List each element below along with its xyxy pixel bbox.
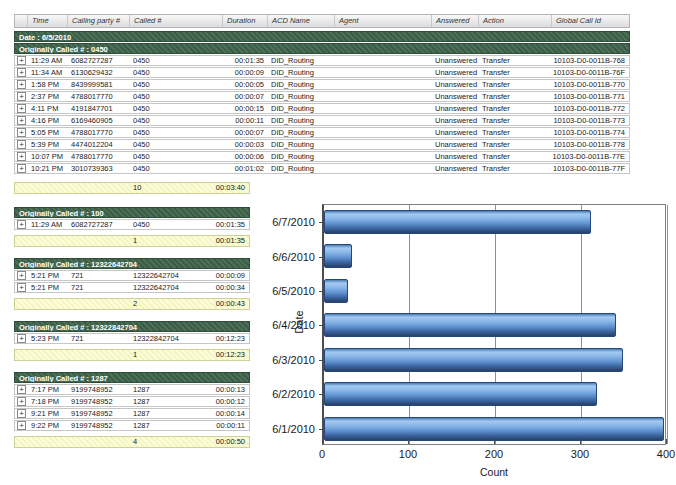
table-row[interactable]: +10:07 PM4788017770045000:00:06DID_Routi… — [14, 151, 630, 162]
table-row[interactable]: +5:05 PM4788017770045000:00:07DID_Routin… — [14, 127, 630, 138]
cell-answered: Unanswered — [432, 68, 479, 78]
table-row[interactable]: +7:17 PM9199748952128700:00:13 — [14, 384, 250, 395]
expand-row-button[interactable]: + — [17, 140, 26, 149]
cell-time: 11:34 AM — [28, 68, 68, 78]
x-axis-tick — [408, 439, 409, 444]
expand-row-button[interactable]: + — [17, 409, 26, 418]
chart-plot-area: 6/7/20106/6/20106/5/20106/4/20106/3/2010… — [322, 204, 666, 445]
expand-cell: + — [15, 385, 28, 394]
table-row[interactable]: +11:29 AM6082727287045000:01:35DID_Routi… — [14, 55, 630, 66]
expand-cell: + — [15, 56, 28, 65]
column-header-called[interactable]: Called # — [130, 15, 223, 27]
group-header[interactable]: Originally Called # : 1287 — [14, 372, 250, 383]
date-group-header[interactable]: Date : 6/5/2010 — [14, 31, 630, 42]
table-row[interactable]: +4:16 PM6169460905045000:00:11DID_Routin… — [14, 115, 630, 126]
cell-time: 1:58 PM — [28, 80, 68, 90]
group-header[interactable]: Originally Called # : 12322842704 — [14, 321, 250, 332]
cell-acd-name: DID_Routing — [268, 116, 335, 126]
chart-bar — [324, 279, 348, 303]
expand-row-button[interactable]: + — [17, 128, 26, 137]
group-header[interactable]: Originally Called # : 0450 — [14, 43, 630, 54]
column-header-global-call-id[interactable]: Global Call Id — [552, 15, 629, 27]
cell-called: 0450 — [130, 152, 223, 162]
cell-duration: 00:00:09 — [223, 68, 268, 78]
expand-cell: + — [15, 397, 28, 406]
expand-cell: + — [15, 409, 28, 418]
cell-calling-party: 4788017770 — [68, 128, 130, 138]
group-header[interactable]: Originally Called # : 12322642704 — [14, 258, 250, 269]
expand-row-button[interactable]: + — [17, 92, 26, 101]
cell-duration: 00:00:12 — [206, 397, 249, 407]
expand-cell: + — [15, 283, 28, 292]
y-axis-category-label: 6/1/2010 — [272, 423, 315, 435]
expand-row-button[interactable]: + — [17, 397, 26, 406]
summary-call-count: 2 — [130, 299, 206, 309]
expand-row-button[interactable]: + — [17, 68, 26, 77]
summary-call-count: 1 — [130, 350, 206, 360]
cell-calling-party: 4474012204 — [68, 140, 130, 150]
column-header-answered[interactable]: Answered — [432, 15, 479, 27]
column-header-action[interactable]: Action — [479, 15, 552, 27]
table-row[interactable]: +10:21 PM3010739363045000:01:02DID_Routi… — [14, 163, 630, 174]
call-group: Originally Called # : 12322642704+5:21 P… — [14, 258, 250, 310]
table-row[interactable]: +11:34 AM6130629432045000:00:09DID_Routi… — [14, 67, 630, 78]
table-row[interactable]: +2:37 PM4788017770045000:00:07DID_Routin… — [14, 91, 630, 102]
column-header-expand[interactable] — [15, 15, 28, 27]
cell-called: 0450 — [130, 92, 223, 102]
table-row[interactable]: +5:39 PM4474012204045000:00:03DID_Routin… — [14, 139, 630, 150]
expand-row-button[interactable]: + — [17, 334, 26, 343]
cell-called: 12322842704 — [130, 334, 206, 344]
cell-calling-party: 3010739363 — [68, 164, 130, 174]
expand-row-button[interactable]: + — [17, 220, 26, 229]
cell-duration: 00:12:23 — [206, 334, 249, 344]
x-axis-tick — [666, 439, 667, 444]
expand-cell: + — [15, 271, 28, 280]
table-row[interactable]: +5:21 PM7211232264270400:00:34 — [14, 282, 250, 293]
expand-cell: + — [15, 334, 28, 343]
expand-row-button[interactable]: + — [17, 164, 26, 173]
chart-category-row: 6/7/2010 — [324, 205, 665, 239]
y-axis-category-label: 6/7/2010 — [272, 216, 315, 228]
table-row[interactable]: +9:22 PM9199748952128700:00:11 — [14, 420, 250, 431]
group-header[interactable]: Originally Called # : 100 — [14, 207, 250, 218]
column-header-acd-name[interactable]: ACD Name — [268, 15, 335, 27]
cell-called: 0450 — [130, 164, 223, 174]
chart-x-axis-title: Count — [322, 466, 666, 478]
expand-cell: + — [15, 68, 28, 77]
expand-row-button[interactable]: + — [17, 283, 26, 292]
summary-call-count: 10 — [130, 183, 206, 193]
table-row[interactable]: +1:58 PM8439999581045000:00:05DID_Routin… — [14, 79, 630, 90]
expand-row-button[interactable]: + — [17, 152, 26, 161]
column-header-calling-party[interactable]: Calling party # — [68, 15, 130, 27]
expand-row-button[interactable]: + — [17, 385, 26, 394]
table-row[interactable]: +9:21 PM9199748952128700:00:14 — [14, 408, 250, 419]
cell-calling-party: 9199748952 — [68, 397, 130, 407]
expand-row-button[interactable]: + — [17, 104, 26, 113]
cell-global-call-id: 10103-D0-0011B-774 — [552, 128, 629, 138]
cell-duration: 00:00:13 — [206, 385, 249, 395]
expand-row-button[interactable]: + — [17, 116, 26, 125]
column-header-agent[interactable]: Agent — [335, 15, 432, 27]
table-row[interactable]: +5:21 PM7211232264270400:00:09 — [14, 270, 250, 281]
cell-called: 0450 — [130, 80, 223, 90]
cell-answered: Unanswered — [432, 140, 479, 150]
chart-bar — [324, 313, 616, 337]
expand-cell: + — [15, 80, 28, 89]
expand-row-button[interactable]: + — [17, 56, 26, 65]
column-header-time[interactable]: Time — [28, 15, 68, 27]
cell-answered: Unanswered — [432, 116, 479, 126]
cell-global-call-id: 10103-D0-0011B-76F — [552, 68, 629, 78]
table-row[interactable]: +7:18 PM9199748952128700:00:12 — [14, 396, 250, 407]
cell-called: 1287 — [130, 385, 206, 395]
cell-time: 4:11 PM — [28, 104, 68, 114]
table-row[interactable]: +5:23 PM7211232284270400:12:23 — [14, 333, 250, 344]
group-summary-row: 200:00:43 — [14, 298, 250, 310]
column-header-duration[interactable]: Duration — [223, 15, 268, 27]
expand-row-button[interactable]: + — [17, 421, 26, 430]
table-row[interactable]: +4:11 PM4191847701045000:00:15DID_Routin… — [14, 103, 630, 114]
cell-action: Transfer — [479, 92, 552, 102]
expand-cell: + — [15, 92, 28, 101]
expand-row-button[interactable]: + — [17, 80, 26, 89]
table-row[interactable]: +11:29 AM6082727287045000:01:35 — [14, 219, 250, 230]
expand-row-button[interactable]: + — [17, 271, 26, 280]
